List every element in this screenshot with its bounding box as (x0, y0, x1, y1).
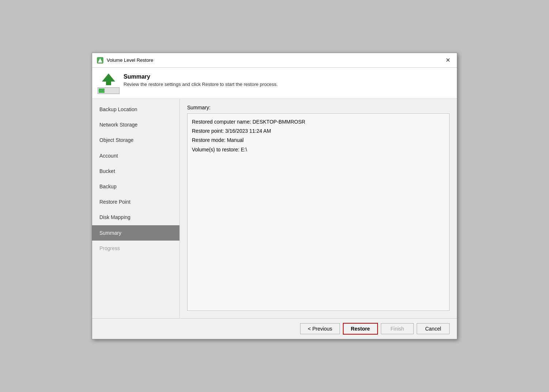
header-area: Summary Review the restore settings and … (92, 68, 457, 99)
sidebar-item-restore-point[interactable]: Restore Point (92, 194, 179, 210)
main-content: Summary: Restored computer name: DESKTOP… (180, 99, 457, 318)
header-text: Summary Review the restore settings and … (124, 74, 450, 87)
title-bar: Volume Level Restore ✕ (92, 53, 457, 68)
sidebar-item-account[interactable]: Account (92, 148, 179, 163)
restore-button[interactable]: Restore (343, 323, 378, 335)
sidebar-item-network-storage[interactable]: Network Storage (92, 117, 179, 132)
title-bar-left: Volume Level Restore (96, 57, 153, 64)
window-title: Volume Level Restore (107, 57, 153, 63)
sidebar-item-backup-location[interactable]: Backup Location (92, 102, 179, 117)
close-button[interactable]: ✕ (443, 57, 453, 64)
window-icon (96, 57, 104, 64)
summary-line-2: Restore point: 3/16/2023 11:24 AM (192, 127, 445, 136)
footer: < Previous Restore Finish Cancel (92, 318, 457, 339)
header-title: Summary (124, 74, 450, 80)
finish-button: Finish (381, 323, 414, 334)
sidebar-item-bucket[interactable]: Bucket (92, 163, 179, 179)
summary-line-1: Restored computer name: DESKTOP-BMMROSR (192, 117, 445, 127)
previous-button[interactable]: < Previous (300, 323, 340, 334)
summary-label: Summary: (187, 105, 450, 110)
sidebar-item-object-storage[interactable]: Object Storage (92, 132, 179, 148)
header-icon-area (99, 74, 118, 94)
dialog-window: Volume Level Restore ✕ Summary Review th… (92, 53, 457, 339)
progress-fill (99, 88, 105, 93)
sidebar-item-progress: Progress (92, 241, 179, 256)
cancel-button[interactable]: Cancel (417, 323, 450, 334)
content-area: Backup Location Network Storage Object S… (92, 99, 457, 318)
arrow-up-icon (102, 74, 115, 82)
progress-indicator (98, 87, 120, 94)
sidebar-item-summary[interactable]: Summary (92, 225, 179, 241)
sidebar-item-disk-mapping[interactable]: Disk Mapping (92, 210, 179, 225)
sidebar-item-backup[interactable]: Backup (92, 179, 179, 194)
summary-line-4: Volume(s) to restore: E:\ (192, 145, 445, 154)
summary-box: Restored computer name: DESKTOP-BMMROSR … (187, 113, 450, 311)
sidebar: Backup Location Network Storage Object S… (92, 99, 180, 318)
header-subtitle: Review the restore settings and click Re… (124, 82, 450, 87)
summary-line-3: Restore mode: Manual (192, 136, 445, 145)
